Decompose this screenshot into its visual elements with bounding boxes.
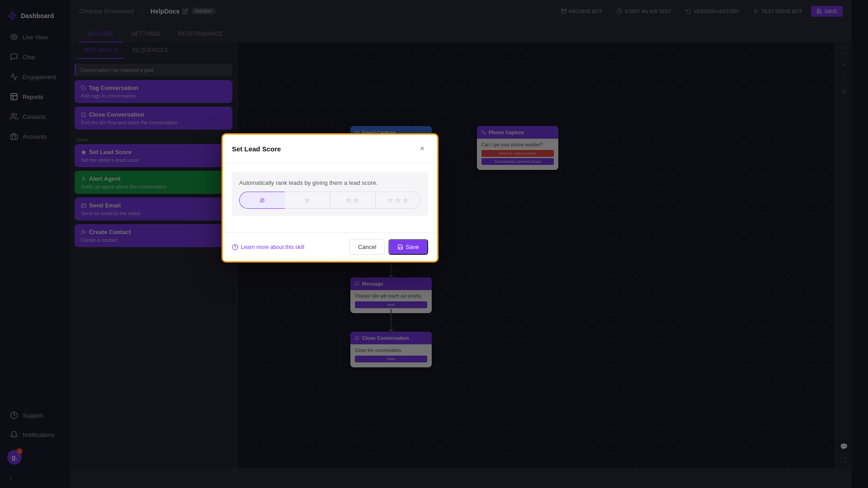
modal-info-box: Automatically rank leads by giving them … — [232, 172, 428, 216]
modal-buttons: Cancel Save — [349, 239, 428, 255]
modal-header: Set Lead Score × — [223, 135, 437, 163]
help-icon — [232, 244, 238, 250]
star-option-three[interactable]: ☆ ☆ ☆ — [376, 192, 421, 209]
learn-more-link[interactable]: Learn more about this skill — [232, 244, 304, 250]
save-modal-icon — [397, 244, 403, 250]
save-modal-button[interactable]: Save — [388, 239, 428, 255]
star-option-two[interactable]: ☆ ☆ — [330, 192, 376, 209]
modal-description: Automatically rank leads by giving them … — [239, 179, 421, 186]
star-options: ⊘ ☆ ☆ ☆ ☆ ☆ ☆ — [239, 192, 421, 209]
modal-close-button[interactable]: × — [416, 143, 428, 155]
star-option-none[interactable]: ⊘ — [239, 192, 285, 209]
modal-footer: Learn more about this skill Cancel Save — [223, 232, 437, 261]
set-lead-score-modal: Set Lead Score × Automatically rank lead… — [222, 133, 439, 263]
cancel-button[interactable]: Cancel — [349, 239, 385, 255]
modal-title: Set Lead Score — [232, 145, 281, 153]
star-option-one[interactable]: ☆ — [285, 192, 330, 209]
modal-body: Automatically rank leads by giving them … — [223, 163, 437, 232]
